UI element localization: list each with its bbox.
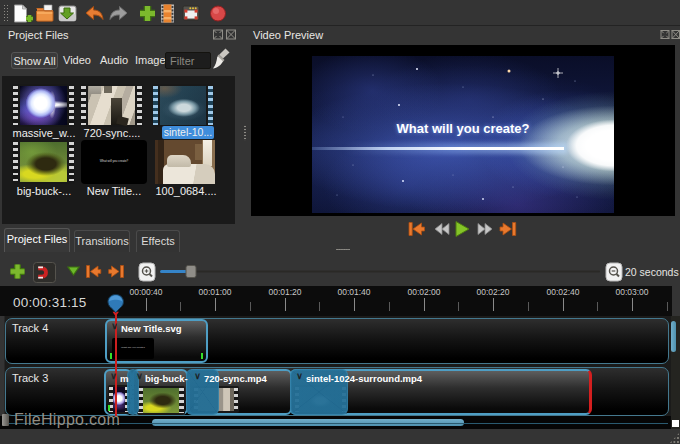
svg-text:20 seconds: 20 seconds	[625, 266, 679, 278]
